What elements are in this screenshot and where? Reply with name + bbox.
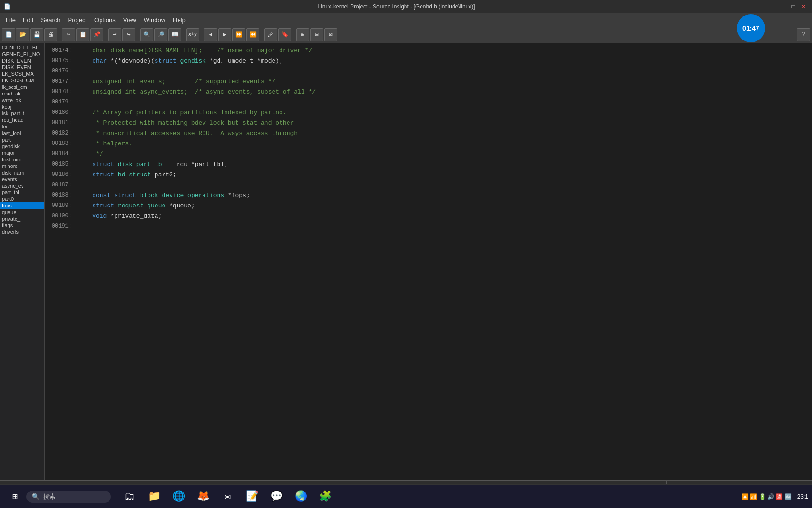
menu-search[interactable]: Search (37, 16, 64, 24)
toolbar: 📄 📂 💾 🖨 ✂ 📋 📌 ↩ ↪ 🔍 🔎 📖 x+y ◀ ▶ ⏩ ⏪ 🖊 🔖 … (0, 26, 812, 43)
sidebar-item-17[interactable]: first_min (0, 156, 44, 163)
tb-back[interactable]: ◀ (204, 28, 217, 41)
line-number-9: 00183: (45, 140, 78, 147)
tb-split[interactable]: ⊟ (310, 28, 323, 41)
line-content-6: /* Array of pointers to partitions index… (78, 109, 812, 116)
tb-paste[interactable]: 📌 (90, 28, 103, 41)
line-number-7: 00181: (45, 119, 78, 126)
code-editor[interactable]: 00174: char disk_name[DISK_NAME_LEN]; /*… (45, 43, 812, 480)
sidebar-item-27[interactable]: flags (0, 222, 44, 229)
sidebar-item-2[interactable]: DISK_EVEN (0, 57, 44, 64)
line-content-4: unsigned int async_events; /* async even… (78, 88, 812, 95)
taskbar-app-browser1[interactable]: 🌐 (167, 487, 190, 507)
taskbar-app-web[interactable]: 🌏 (289, 487, 312, 507)
taskbar-app-chat[interactable]: 💬 (265, 487, 288, 507)
menu-edit[interactable]: Edit (19, 16, 37, 24)
taskbar-app-folder[interactable]: 📁 (143, 487, 165, 507)
tb-search-ref[interactable]: 📖 (168, 28, 181, 41)
sidebar-item-13[interactable]: last_lool (0, 130, 44, 136)
system-tray: 🔼 📶 🔋 🔊 🈵 🔤 23:1 (742, 493, 808, 500)
menu-options[interactable]: Options (91, 16, 119, 24)
tb-cut[interactable]: ✂ (62, 28, 75, 41)
sidebar-item-23[interactable]: part0 (0, 196, 44, 202)
tb-layout[interactable]: ⊞ (296, 28, 309, 41)
line-content-7: * Protected with matching bdev lock but … (78, 119, 812, 127)
sidebar-item-12[interactable]: len (0, 123, 44, 130)
sidebar-item-11[interactable]: rcu_head (0, 117, 44, 123)
tb-save[interactable]: 💾 (30, 28, 43, 41)
tb-redo[interactable]: ↪ (122, 28, 135, 41)
menu-file[interactable]: File (2, 16, 19, 24)
clock-widget: 01:47 (737, 14, 765, 42)
sidebar-item-0[interactable]: GENHD_FL_BL (0, 44, 44, 51)
taskbar-app-ext[interactable]: 🧩 (314, 487, 336, 507)
sidebar-item-7[interactable]: read_ok (0, 90, 44, 97)
sidebar-item-9[interactable]: kobj (0, 103, 44, 110)
line-number-1: 00175: (45, 57, 78, 64)
code-line-13: 00187: (45, 180, 812, 190)
sidebar-item-20[interactable]: events (0, 176, 44, 183)
tb-highlight[interactable]: 🖊 (264, 28, 277, 41)
tb-print[interactable]: 🖨 (44, 28, 57, 41)
sidebar-item-19[interactable]: disk_nam (0, 169, 44, 176)
sidebar-item-5[interactable]: LK_SCSI_CM (0, 77, 44, 84)
taskbar-app-mail[interactable]: ✉ (216, 487, 239, 507)
sidebar-item-16[interactable]: major (0, 150, 44, 156)
tb-question[interactable]: ? (797, 28, 810, 41)
maximize-button[interactable]: □ (789, 2, 798, 11)
tb-new[interactable]: 📄 (2, 28, 15, 41)
line-number-12: 00186: (45, 171, 78, 178)
sidebar-item-26[interactable]: private_ (0, 215, 44, 222)
tb-return[interactable]: ⏪ (246, 28, 259, 41)
minimize-button[interactable]: ─ (778, 2, 788, 11)
sidebar-item-6[interactable]: lk_scsi_cm (0, 84, 44, 90)
line-number-16: 00190: (45, 213, 78, 219)
tb-forward[interactable]: ▶ (218, 28, 231, 41)
sidebar-item-3[interactable]: DISK_EVEN (0, 64, 44, 71)
tb-jump[interactable]: ⏩ (232, 28, 245, 41)
line-number-8: 00182: (45, 130, 78, 136)
tb-search-proj[interactable]: 🔎 (154, 28, 167, 41)
symbol-sidebar: GENHD_FL_BLGENHD_FL_NODISK_EVENDISK_EVEN… (0, 43, 45, 480)
line-number-0: 00174: (45, 47, 78, 54)
close-button[interactable]: ✕ (799, 2, 808, 11)
line-content-14: const struct block_device_operations *fo… (78, 192, 812, 199)
tb-search-file[interactable]: 🔍 (140, 28, 153, 41)
tb-open[interactable]: 📂 (16, 28, 29, 41)
tb-x-ref[interactable]: x+y (186, 28, 199, 41)
taskbar-app-notes[interactable]: 📝 (241, 487, 263, 507)
tb-bookmark[interactable]: 🔖 (278, 28, 291, 41)
menu-view[interactable]: View (119, 16, 140, 24)
sidebar-item-24[interactable]: fops (0, 202, 44, 209)
code-line-16: 00190: void *private_data; (45, 211, 812, 221)
line-content-5 (78, 99, 812, 106)
taskbar-search[interactable]: 🔍 搜索 (26, 491, 111, 503)
menu-project[interactable]: Project (64, 16, 91, 24)
taskbar-app-files[interactable]: 🗂 (118, 487, 141, 507)
sidebar-item-21[interactable]: async_ev (0, 183, 44, 189)
code-line-8: 00182: * non-critical accesses use RCU. … (45, 128, 812, 138)
tb-undo[interactable]: ↩ (108, 28, 121, 41)
sidebar-item-22[interactable]: part_tbl (0, 189, 44, 196)
sidebar-item-18[interactable]: minors (0, 163, 44, 169)
sidebar-item-1[interactable]: GENHD_FL_NO (0, 51, 44, 57)
sidebar-item-8[interactable]: write_ok (0, 97, 44, 103)
system-clock: 23:1 (797, 493, 808, 500)
line-content-3: unsigned int events; /* supported events… (78, 78, 812, 85)
start-button[interactable]: ⊞ (4, 487, 26, 507)
sidebar-item-10[interactable]: isk_part_t (0, 110, 44, 117)
sidebar-item-14[interactable]: part (0, 136, 44, 143)
sidebar-item-28[interactable]: driverfs (0, 229, 44, 235)
menu-window[interactable]: Window (140, 16, 169, 24)
code-line-1: 00175: char *(*devnode)(struct gendisk *… (45, 56, 812, 66)
tb-vsplit[interactable]: ⊠ (324, 28, 337, 41)
code-line-5: 00179: (45, 97, 812, 107)
sidebar-item-15[interactable]: gendisk (0, 143, 44, 150)
taskbar-app-firefox[interactable]: 🦊 (192, 487, 214, 507)
title-bar: 📄 Linux-kernel Project - Source Insight … (0, 0, 812, 13)
menu-help[interactable]: Help (169, 16, 189, 24)
sidebar-item-25[interactable]: queue (0, 209, 44, 215)
line-number-15: 00189: (45, 202, 78, 209)
tb-copy[interactable]: 📋 (76, 28, 89, 41)
sidebar-item-4[interactable]: LK_SCSI_MA (0, 71, 44, 77)
